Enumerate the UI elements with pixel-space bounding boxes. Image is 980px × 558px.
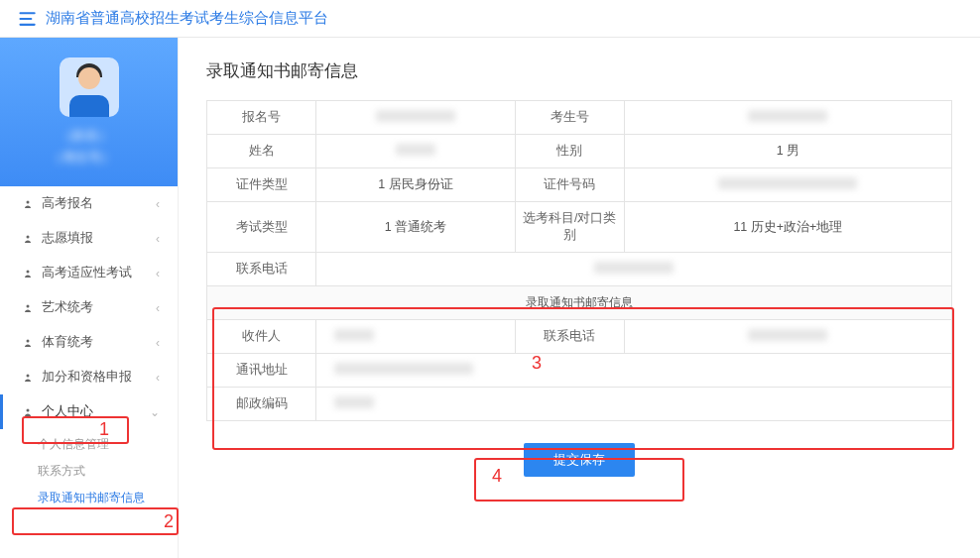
sidebar-item-label: 高考报名	[42, 195, 93, 212]
svg-point-1	[27, 235, 30, 238]
sidebar-item-label: 艺术统考	[42, 299, 93, 316]
chevron-left-icon: ‹	[156, 197, 160, 211]
chevron-down-icon: ⌄	[150, 405, 160, 419]
sub-item-contact[interactable]: 联系方式	[38, 458, 178, 485]
value-recipient[interactable]	[316, 320, 516, 354]
table-row: 联系电话	[207, 253, 952, 286]
svg-point-3	[27, 304, 30, 307]
table-row: 邮政编码	[207, 388, 952, 421]
table-row: 录取通知书邮寄信息	[207, 286, 952, 320]
sidebar-subitem-label: 个人信息管理	[38, 437, 109, 451]
value-exam-no	[624, 101, 951, 135]
sidebar-item-label: 志愿填报	[42, 230, 93, 247]
label-postcode: 邮政编码	[207, 388, 316, 421]
page-title: 录取通知书邮寄信息	[206, 59, 952, 82]
value-gender: 1 男	[624, 135, 951, 168]
chevron-left-icon: ‹	[156, 267, 160, 280]
label-exam-no: 考生号	[515, 101, 624, 135]
table-row: 姓名 性别 1 男	[207, 135, 952, 168]
label-examtype: 考试类型	[207, 202, 316, 253]
svg-point-6	[27, 408, 30, 411]
svg-point-5	[27, 374, 30, 377]
sidebar-item-yishu[interactable]: 艺术统考 ‹	[0, 290, 178, 325]
chevron-left-icon: ‹	[156, 232, 160, 246]
value-postcode[interactable]	[316, 388, 952, 421]
profile-card: （姓名） （考生号）	[0, 38, 178, 186]
app-title: 湖南省普通高校招生考试考生综合信息平台	[46, 9, 328, 28]
value-mail-phone[interactable]	[624, 320, 951, 354]
sidebar-item-personal-center[interactable]: 个人中心 ⌄	[0, 394, 178, 429]
chevron-left-icon: ‹	[156, 371, 160, 385]
person-icon	[22, 302, 34, 314]
value-subject: 11 历史+政治+地理	[624, 202, 951, 253]
sidebar-subitem-label: 联系方式	[38, 464, 85, 478]
sidebar-subitem-label: 录取通知书邮寄信息	[38, 491, 145, 504]
info-table: 报名号 考生号 姓名 性别 1 男 证件类型 1 居民身份证 证件号码 考试类型…	[206, 100, 952, 421]
person-icon	[22, 268, 34, 279]
profile-sub: （考生号）	[50, 149, 129, 167]
avatar	[60, 57, 119, 117]
table-row: 通讯地址	[207, 354, 952, 388]
label-name: 姓名	[207, 135, 316, 168]
value-examtype: 1 普通统考	[316, 202, 516, 253]
content-area: 录取通知书邮寄信息 报名号 考生号 姓名 性别 1 男 证件类型 1 居民身份证…	[179, 38, 980, 558]
label-idtype: 证件类型	[207, 168, 316, 202]
value-reg-no	[316, 101, 516, 135]
table-row: 收件人 联系电话	[207, 320, 952, 354]
sidebar-item-shiyingxing[interactable]: 高考适应性考试 ‹	[0, 256, 178, 290]
person-icon	[22, 233, 34, 245]
label-idno: 证件号码	[515, 168, 624, 202]
sub-item-personal-info[interactable]: 个人信息管理	[38, 431, 178, 458]
label-reg-no: 报名号	[207, 101, 316, 135]
value-idtype: 1 居民身份证	[316, 168, 516, 202]
person-icon	[22, 337, 34, 349]
value-name	[316, 135, 516, 168]
sidebar-item-label: 加分和资格申报	[42, 369, 132, 386]
table-row: 证件类型 1 居民身份证 证件号码	[207, 168, 952, 202]
person-icon	[22, 406, 34, 418]
person-icon	[22, 198, 34, 210]
sidebar-item-tiyu[interactable]: 体育统考 ‹	[0, 325, 178, 360]
chevron-left-icon: ‹	[156, 301, 160, 315]
label-recipient: 收件人	[207, 320, 316, 354]
person-icon	[22, 372, 34, 384]
profile-name: （姓名）	[60, 127, 119, 145]
mail-section-title: 录取通知书邮寄信息	[207, 286, 952, 320]
sidebar: （姓名） （考生号） 高考报名 ‹ 志愿填报 ‹ 高考适应性考试 ‹ 艺术统考 …	[0, 38, 179, 558]
submit-button[interactable]: 提交保存	[524, 443, 635, 477]
svg-point-4	[27, 339, 30, 342]
svg-point-2	[27, 270, 30, 273]
sidebar-item-label: 个人中心	[42, 403, 93, 420]
app-logo-icon	[18, 9, 38, 29]
chevron-left-icon: ‹	[156, 336, 160, 350]
label-phone: 联系电话	[207, 253, 316, 286]
sidebar-item-label: 体育统考	[42, 334, 93, 351]
label-address: 通讯地址	[207, 354, 316, 388]
sidebar-item-gaokao-baoming[interactable]: 高考报名 ‹	[0, 186, 178, 221]
value-idno	[624, 168, 951, 202]
app-header: 湖南省普通高校招生考试考生综合信息平台	[0, 0, 980, 38]
label-subject: 选考科目/对口类别	[515, 202, 624, 253]
nav-list: 高考报名 ‹ 志愿填报 ‹ 高考适应性考试 ‹ 艺术统考 ‹ 体育统考 ‹ 加分…	[0, 186, 178, 429]
value-phone	[316, 253, 952, 286]
sidebar-item-label: 高考适应性考试	[42, 265, 132, 281]
sidebar-item-zhiyuan[interactable]: 志愿填报 ‹	[0, 221, 178, 256]
sidebar-item-jiafen[interactable]: 加分和资格申报 ‹	[0, 360, 178, 394]
label-gender: 性别	[515, 135, 624, 168]
nav-sublist: 个人信息管理 联系方式 录取通知书邮寄信息	[0, 429, 178, 517]
label-mail-phone: 联系电话	[515, 320, 624, 354]
table-row: 考试类型 1 普通统考 选考科目/对口类别 11 历史+政治+地理	[207, 202, 952, 253]
table-row: 报名号 考生号	[207, 101, 952, 135]
value-address[interactable]	[316, 354, 952, 388]
svg-point-0	[27, 200, 30, 203]
sub-item-mail-info[interactable]: 录取通知书邮寄信息	[38, 485, 178, 511]
